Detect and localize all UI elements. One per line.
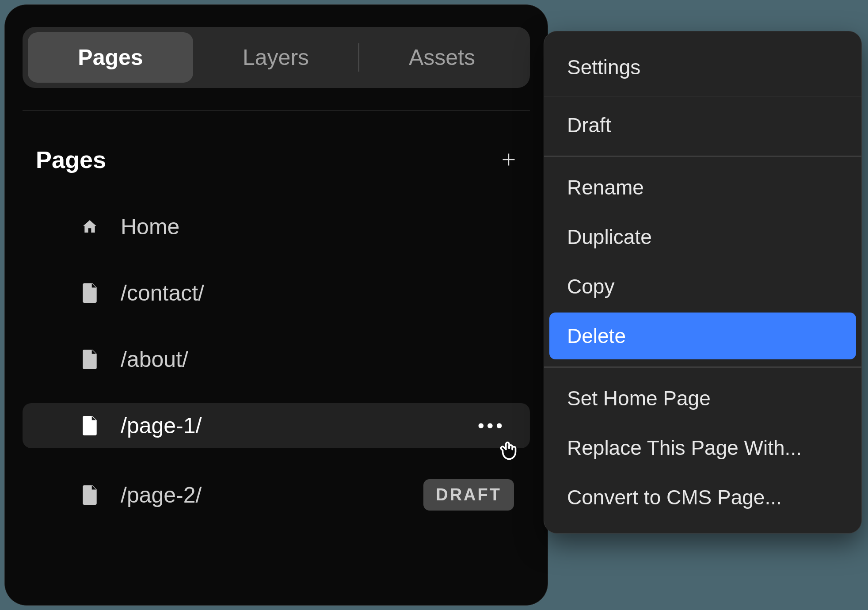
tab-assets[interactable]: Assets xyxy=(359,32,525,83)
menu-item-label: Replace This Page With... xyxy=(567,436,802,459)
page-list: Home /contact/ /about/ /page-1/ ••• xyxy=(23,204,530,520)
menu-item-duplicate[interactable]: Duplicate xyxy=(549,214,856,260)
tab-layers[interactable]: Layers xyxy=(193,32,358,83)
menu-item-label: Convert to CMS Page... xyxy=(567,486,782,509)
menu-item-delete[interactable]: Delete xyxy=(549,313,856,359)
page-item-about[interactable]: /about/ xyxy=(23,337,530,382)
tab-label: Assets xyxy=(409,45,475,70)
tabs-container: Pages Layers Assets xyxy=(23,27,530,88)
page-label: /contact/ xyxy=(121,280,514,306)
menu-item-label: Settings xyxy=(567,56,640,79)
menu-item-label: Draft xyxy=(567,114,611,137)
menu-item-copy[interactable]: Copy xyxy=(549,263,856,310)
menu-item-set-home-page[interactable]: Set Home Page xyxy=(549,375,856,422)
menu-item-label: Duplicate xyxy=(567,225,652,248)
file-icon xyxy=(80,485,99,505)
tab-label: Layers xyxy=(243,45,309,70)
pages-section-header: Pages xyxy=(23,146,530,204)
page-label: /about/ xyxy=(121,347,514,372)
menu-divider xyxy=(544,96,861,96)
menu-divider xyxy=(544,156,861,157)
tab-label: Pages xyxy=(78,45,143,70)
page-label: Home xyxy=(121,214,514,240)
add-page-button[interactable] xyxy=(501,152,517,168)
sidebar-panel: Pages Layers Assets Pages Home /contact/ xyxy=(4,4,548,606)
menu-item-replace-page[interactable]: Replace This Page With... xyxy=(549,424,856,471)
menu-item-settings[interactable]: Settings xyxy=(549,44,856,91)
menu-divider xyxy=(544,366,861,368)
menu-item-label: Rename xyxy=(567,176,644,199)
page-label: /page-2/ xyxy=(121,482,423,508)
file-icon xyxy=(80,416,99,435)
more-options-button[interactable]: ••• xyxy=(478,415,505,436)
section-title: Pages xyxy=(36,146,106,173)
menu-item-rename[interactable]: Rename xyxy=(549,164,856,211)
tab-pages[interactable]: Pages xyxy=(28,32,193,83)
context-menu: Settings Draft Rename Duplicate Copy Del… xyxy=(544,31,862,534)
menu-item-convert-cms[interactable]: Convert to CMS Page... xyxy=(549,474,856,521)
menu-item-draft[interactable]: Draft xyxy=(549,102,856,149)
page-label: /page-1/ xyxy=(121,413,478,438)
divider xyxy=(23,110,530,111)
page-item-home[interactable]: Home xyxy=(23,204,530,249)
menu-item-label: Set Home Page xyxy=(567,387,711,410)
file-icon xyxy=(80,350,99,369)
draft-badge: DRAFT xyxy=(423,479,514,511)
page-item-page-1[interactable]: /page-1/ ••• xyxy=(23,403,530,448)
home-icon xyxy=(80,217,99,236)
menu-item-label: Delete xyxy=(567,324,626,347)
cursor-click-icon xyxy=(496,438,522,463)
file-icon xyxy=(80,283,99,303)
menu-item-label: Copy xyxy=(567,275,614,298)
page-item-page-2[interactable]: /page-2/ DRAFT xyxy=(23,469,530,520)
page-item-contact[interactable]: /contact/ xyxy=(23,271,530,316)
